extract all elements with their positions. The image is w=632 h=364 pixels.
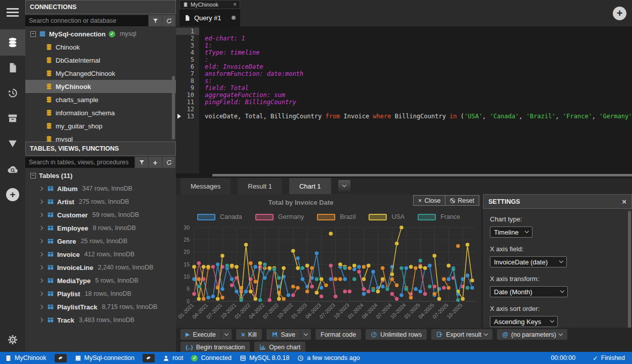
export-result-button[interactable]: Export result [431,329,492,340]
save-dropdown-button[interactable] [301,329,311,340]
connection-db-item[interactable]: MyChangedChinook [25,67,176,80]
connection-root-item[interactable]: − MySql-connection ✓ mysql [25,27,176,40]
format-code-button[interactable]: Format code [315,329,361,340]
chevron-right-icon[interactable] [39,318,43,322]
unlimited-rows-button[interactable]: Unlimited rows [366,329,427,340]
chevron-right-icon[interactable] [39,226,43,230]
table-meta: 275 rows, InnoDB [79,198,129,205]
chart-reset-button[interactable]: Reset [445,195,479,206]
execute-button[interactable]: ▶Execute [180,329,221,340]
chevron-right-icon[interactable] [39,279,43,283]
table-item[interactable]: InvoiceLine2,240 rows, InnoDB [25,261,176,274]
database-name: my_guitar_shop [56,122,103,130]
table-item[interactable]: Genre25 rows, InnoDB [25,235,176,248]
table-icon [47,185,54,192]
editor-line: 31: [176,42,632,49]
settings-select-x-axis-field[interactable]: InvoiceDate (date) [490,256,567,267]
save-button[interactable]: Save [266,329,301,340]
tables-search-input[interactable] [25,157,134,168]
result-tab-messages[interactable]: Messages [180,178,231,194]
table-item[interactable]: Album347 rows, InnoDB [25,182,176,195]
sql-editor[interactable]: 12ed-chart: 131:4tType: timeline5:6eld: … [176,26,632,173]
result-tab-chart-1[interactable]: Chart 1 [289,178,331,194]
statusbar-mysql-8-0-18: MySQL 8.0.18 [240,354,289,361]
settings-scrollbar[interactable] [628,211,631,332]
settings-select-chart-type[interactable]: Timeline [490,226,532,238]
execute-dropdown-button[interactable] [221,329,232,340]
connections-refresh-button[interactable] [162,15,175,26]
begin-transaction-button[interactable]: {..}Begin transaction [180,342,250,352]
chevron-right-icon[interactable] [39,252,43,256]
select-value: Timeline [494,229,521,236]
table-item[interactable]: Employee8 rows, InnoDB [25,221,176,235]
chevron-right-icon[interactable] [39,305,43,309]
table-name: Customer [57,211,88,219]
table-item[interactable]: PlaylistTrack8,715 rows, InnoDB [25,300,176,313]
sidebar-icon-cloud-search[interactable] [0,158,25,180]
table-item[interactable]: Playlist18 rows, InnoDB [25,287,176,300]
no-parameters-button[interactable]: @(no parameters) [497,329,567,340]
open-chart-button[interactable]: Open chart [254,342,305,352]
sidebar-icon-database[interactable] [0,29,25,56]
settings-close-icon[interactable]: × [622,197,626,206]
line-number: 12 [176,106,199,113]
editor-line: 13voiceDate, Total, BillingCountry from … [176,113,632,120]
chevron-right-icon[interactable] [39,200,43,204]
settings-select-x-axis-transform[interactable]: Date (Month) [490,286,568,297]
settings-select-x-axis-sort-order[interactable]: Ascending Keys [490,316,558,327]
sidebar-icon-archive[interactable] [0,107,25,129]
collapse-expander-icon[interactable]: − [30,31,36,37]
scrollbar-thumb[interactable] [212,174,632,176]
connection-db-item[interactable]: charts_sample [25,93,176,106]
table-name: Employee [57,224,88,232]
result-tabs-dropdown-button[interactable] [338,180,350,192]
connection-db-item[interactable]: Chinook [25,40,176,54]
new-tab-button[interactable]: + [613,7,626,20]
chevron-right-icon[interactable] [39,239,43,243]
query-tab[interactable]: Query #1 [179,9,240,26]
sidebar-icon-filter-triangle[interactable] [0,132,25,155]
legend-item-france[interactable]: France [418,213,460,220]
sidebar-icon-add-circle[interactable]: + [0,184,25,206]
close-tab-icon[interactable]: × [233,2,237,7]
kill-button[interactable]: ×Kill [236,329,262,340]
legend-item-canada[interactable]: Canada [197,213,242,220]
execute-split-button: ▶Execute [180,329,232,340]
chevron-right-icon[interactable] [39,187,43,191]
tables-filter-button[interactable] [135,157,148,168]
database-tab-group[interactable]: MyChinook × [179,0,240,9]
connection-db-item[interactable]: MyChinook [25,80,176,93]
connection-db-item[interactable]: my_guitar_shop [25,119,176,132]
legend-item-brazil[interactable]: Brazil [317,213,355,220]
connections-scrollbar[interactable] [172,76,175,140]
chart-close-button[interactable]: ×Close [413,195,445,206]
sidebar-icon-file[interactable] [0,57,25,79]
connection-db-item[interactable]: mysql [25,132,176,142]
table-item[interactable]: Track3,483 rows, InnoDB [25,313,176,327]
legend-label: Germany [278,213,304,220]
chevron-right-icon[interactable] [39,265,43,269]
sidebar-icon-history[interactable] [0,82,25,104]
table-item[interactable]: Customer59 rows, InnoDB [25,208,176,221]
collapse-expander-icon[interactable]: − [30,173,36,178]
svg-text:20: 20 [184,249,190,255]
tables-refresh-button[interactable] [162,157,175,168]
connections-search-input[interactable] [25,15,148,26]
sidebar-icon-menu[interactable] [0,1,25,23]
settings-field-x-axis-transform: X axis transform:Date (Month) [490,275,625,297]
table-item[interactable]: Invoice412 rows, InnoDB [25,248,176,261]
sidebar-icon-settings-gear[interactable] [0,329,25,351]
result-tab-result-1[interactable]: Result 1 [238,178,282,194]
legend-item-usa[interactable]: USA [369,213,404,220]
table-item[interactable]: Artist275 rows, InnoDB [25,195,176,208]
legend-item-germany[interactable]: Germany [255,213,304,220]
table-item[interactable]: MediaType5 rows, InnoDB [25,274,176,287]
tables-add-button[interactable]: + [149,157,162,168]
chevron-right-icon[interactable] [39,292,43,296]
chevron-right-icon[interactable] [39,213,43,217]
connection-db-item[interactable]: DbGateInternal [25,54,176,67]
connection-db-item[interactable]: information_schema [25,106,176,119]
connections-filter-button[interactable] [149,15,162,26]
tables-group-row[interactable]: − Tables (11) [25,169,176,182]
export-icon [436,331,443,338]
